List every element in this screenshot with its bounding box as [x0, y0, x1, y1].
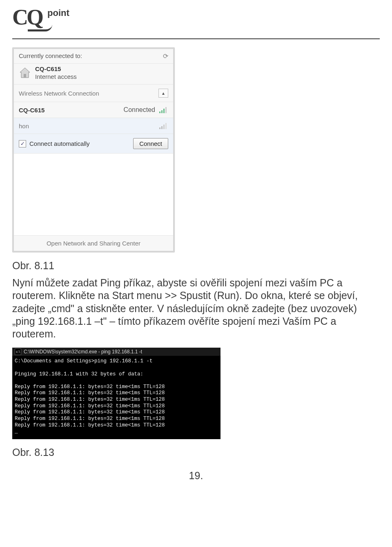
logo-cq: CQ [12, 6, 42, 28]
svg-rect-2 [159, 112, 160, 113]
cmd-reply: Reply from 192.168.1.1: bytes=32 time<1m… [15, 390, 165, 396]
connect-auto-checkbox[interactable]: ✓ [19, 140, 26, 147]
wp-network-item-1[interactable]: CQ-C615 Connected [14, 102, 173, 118]
wp-network-name: CQ-C615 [35, 65, 77, 72]
refresh-icon[interactable]: ⟳ [163, 52, 168, 60]
wp-currently-connected: Currently connected to: ⟳ [14, 49, 173, 64]
wp-wnc-label: Wireless Network Connection [19, 90, 99, 97]
wp-footer-link[interactable]: Open Network and Sharing Center [14, 236, 173, 251]
body-paragraph: Nyní můžete zadat Ping příkaz, abyste si… [12, 277, 380, 340]
page-number: 19. [12, 470, 380, 482]
signal-icon [159, 122, 168, 129]
wp-currently-connected-label: Currently connected to: [19, 52, 82, 59]
cmd-window: c:\ C:\WINDOWS\system32\cmd.exe - ping 1… [12, 348, 220, 439]
svg-rect-4 [163, 109, 165, 113]
cmd-titlebar: c:\ C:\WINDOWS\system32\cmd.exe - ping 1… [12, 348, 220, 356]
svg-rect-7 [161, 126, 163, 129]
logo-point: point [47, 8, 69, 18]
house-icon [19, 67, 31, 78]
wp-connection-text: CQ-C615 Internet access [35, 65, 77, 80]
cmd-cursor: _ [15, 429, 18, 434]
connect-auto-label: Connect automatically [29, 140, 90, 147]
svg-rect-5 [165, 107, 167, 113]
svg-rect-6 [159, 127, 160, 129]
cmd-reply: Reply from 192.168.1.1: bytes=32 time<1m… [15, 384, 165, 390]
cmd-reply: Reply from 192.168.1.1: bytes=32 time<1m… [15, 422, 165, 428]
svg-rect-9 [165, 123, 167, 129]
wp-network-item-2[interactable]: hon [14, 118, 173, 134]
cmd-title-text: C:\WINDOWS\system32\cmd.exe - ping 192.1… [24, 349, 142, 355]
logo-swoosh [28, 25, 52, 31]
cmd-reply: Reply from 192.168.1.1: bytes=32 time<1m… [15, 416, 165, 422]
figure-caption-2: Obr. 8.13 [12, 447, 380, 458]
cmd-body: C:\Documents and Settings>ping 192.168.1… [12, 356, 220, 439]
cmd-pinging: Pinging 192.168.1.1 with 32 bytes of dat… [15, 371, 143, 377]
brand-header: CQ point [12, 6, 380, 28]
wp-empty-area [14, 154, 173, 236]
cmd-reply: Reply from 192.168.1.1: bytes=32 time<1m… [15, 403, 165, 409]
svg-rect-8 [163, 125, 165, 129]
wp-net2-name: hon [19, 123, 29, 129]
cmd-prompt: C:\Documents and Settings>ping 192.168.1… [15, 358, 153, 364]
wp-access-label: Internet access [35, 73, 77, 80]
chevron-up-icon[interactable]: ▴ [158, 89, 168, 98]
wp-wnc-row: Wireless Network Connection ▴ [14, 85, 173, 102]
cmd-reply: Reply from 192.168.1.1: bytes=32 time<1m… [15, 409, 165, 415]
wp-net1-status: Connected [124, 106, 155, 114]
wp-net1-name: CQ-C615 [19, 107, 45, 114]
cmd-icon: c:\ [15, 348, 21, 355]
connect-button[interactable]: Connect [133, 138, 168, 149]
header-divider [12, 38, 380, 39]
wp-connection-info: CQ-C615 Internet access [14, 64, 173, 85]
svg-rect-3 [161, 110, 163, 113]
svg-rect-1 [24, 74, 26, 78]
wp-auto-connect-row: ✓ Connect automatically Connect [14, 134, 173, 154]
figure-caption-1: Obr. 8.11 [12, 260, 380, 272]
signal-icon [159, 106, 168, 114]
wireless-panel: Currently connected to: ⟳ CQ-C615 Intern… [12, 47, 175, 252]
cmd-reply: Reply from 192.168.1.1: bytes=32 time<1m… [15, 397, 165, 402]
